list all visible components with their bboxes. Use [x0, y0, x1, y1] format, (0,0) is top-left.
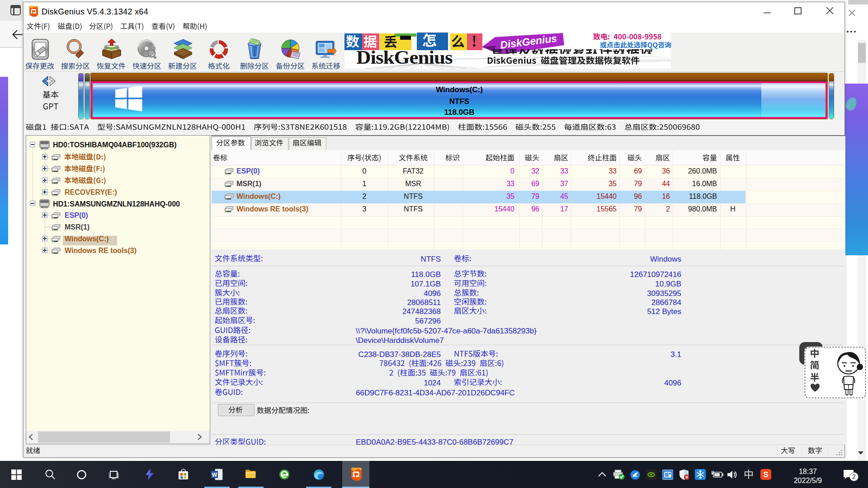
svg-text:W: W [212, 472, 217, 478]
svg-text:2: 2 [852, 473, 856, 480]
